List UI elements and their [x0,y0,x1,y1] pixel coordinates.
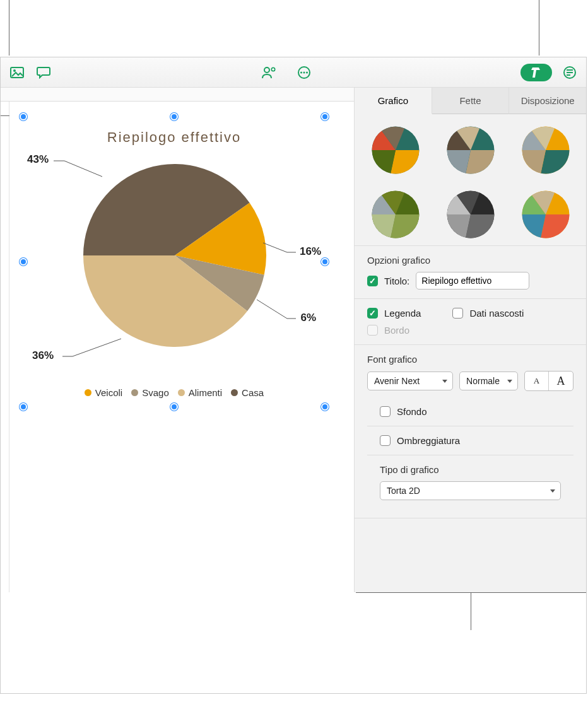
inspector-tabs: Grafico Fette Disposizione [355,88,586,114]
section-chart-options: Opzioni grafico Titolo: [355,246,586,299]
format-button[interactable] [520,64,552,81]
svg-point-7 [306,71,308,73]
toolbar [1,57,586,88]
callout-line [9,0,9,56]
document-canvas[interactable]: Riepilogo effettivo [1,88,354,592]
pie-label: 6% [300,312,316,324]
svg-point-6 [303,71,305,73]
section-title: Opzioni grafico [367,255,573,266]
input-titolo[interactable] [416,272,529,290]
checkbox-dati-nascosti[interactable] [452,308,463,319]
label-dati-nascosti: Dati nascosti [469,308,524,319]
chart-style-thumbnails [355,114,586,246]
svg-point-5 [300,71,302,73]
comment-icon[interactable] [35,64,52,81]
ruler [1,88,354,102]
section-title: Tipo di grafico [380,464,561,475]
pie-label: 43% [27,153,49,166]
svg-point-1 [13,69,16,72]
font-size-smaller[interactable]: A [525,372,549,390]
checkbox-ombreggiatura[interactable] [380,435,391,446]
style-thumb[interactable] [521,190,570,239]
tab-disposizione[interactable]: Disposizione [509,88,586,114]
label-bordo: Bordo [384,325,409,336]
pie-chart[interactable] [80,161,269,350]
resize-handle[interactable] [20,113,27,120]
chart-selection[interactable]: Riepilogo effettivo [23,117,325,407]
chart-title[interactable]: Riepilogo effettivo [23,129,325,146]
section-title: Font grafico [367,354,573,365]
format-inspector: Grafico Fette Disposizione Opzioni grafi… [354,88,586,592]
legend-item: Casa [231,387,264,398]
app-window: Riepilogo effettivo [0,57,587,694]
checkbox-titolo[interactable] [367,276,378,286]
section-ombreggiatura: Ombreggiatura [367,426,573,455]
pie-label: 36% [32,349,54,362]
tab-fette[interactable]: Fette [432,88,510,114]
section-legend-options: Legenda Dati nascosti Bordo [355,299,586,345]
callout-line [1,115,9,116]
style-thumb[interactable] [371,190,420,239]
resize-handle[interactable] [170,403,178,411]
resize-handle[interactable] [20,403,27,411]
tab-grafico[interactable]: Grafico [355,88,432,114]
legend-item: Veicoli [85,387,122,398]
chart-legend[interactable]: Veicoli Svago Alimenti Casa [23,387,325,398]
callout-line [539,0,539,56]
resize-handle[interactable] [321,258,329,266]
select-font-family[interactable]: Avenir Next [367,372,453,390]
document-panel-icon[interactable] [561,64,579,81]
resize-handle[interactable] [321,113,329,120]
label-titolo: Titolo: [384,276,409,286]
more-icon[interactable] [295,64,313,81]
collaborate-icon[interactable] [260,64,278,81]
resize-handle[interactable] [321,403,329,411]
select-chart-type[interactable]: Torta 2D [380,481,561,500]
label-legenda: Legenda [384,308,421,319]
pie-label: 16% [300,245,321,258]
resize-handle[interactable] [20,258,27,266]
font-size-stepper: A A [524,371,573,391]
section-chart-type: Tipo di grafico Torta 2D [367,455,573,509]
style-thumb[interactable] [521,126,570,175]
section-sfondo: Sfondo [367,397,573,426]
checkbox-bordo [367,325,378,336]
checkbox-sfondo[interactable] [380,406,391,417]
style-thumb[interactable] [371,126,420,175]
resize-handle[interactable] [170,113,178,120]
callout-line [471,592,471,630]
callout-line [1,102,9,592]
label-sfondo: Sfondo [397,406,427,417]
checkbox-legenda[interactable] [367,308,378,319]
style-thumb[interactable] [446,126,495,175]
image-icon[interactable] [8,64,26,81]
label-ombreggiatura: Ombreggiatura [397,435,460,446]
font-size-larger[interactable]: A [549,372,573,390]
legend-item: Alimenti [178,387,222,398]
svg-point-2 [264,67,269,73]
section-font: Font grafico Avenir Next Normale A A Sfo… [355,345,586,518]
style-thumb[interactable] [446,190,495,239]
select-font-style[interactable]: Normale [459,372,518,390]
legend-item: Svago [131,387,169,398]
